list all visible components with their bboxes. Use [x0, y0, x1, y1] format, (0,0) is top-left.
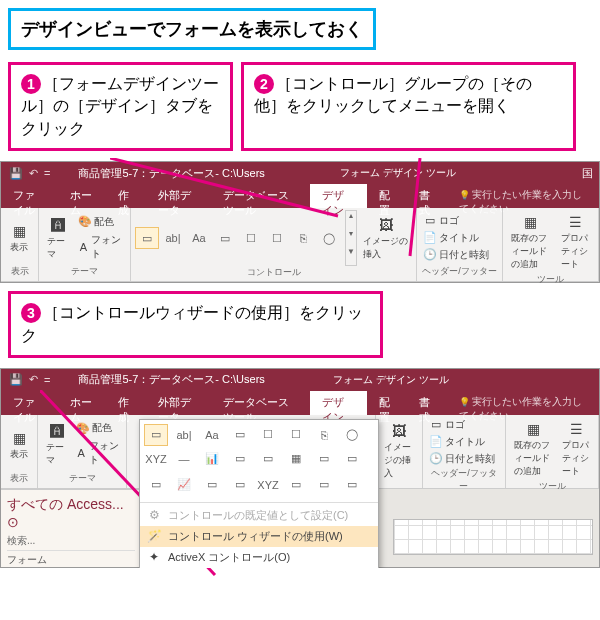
control-g2-7[interactable]: ▭ [340, 448, 364, 470]
save-icon[interactable]: 💾 [9, 167, 23, 180]
menu-use-wizard[interactable]: 🪄コントロール ウィザードの使用(W) [140, 526, 378, 547]
property-sheet-button[interactable]: ☰プロパティシート [558, 417, 594, 480]
control-label[interactable]: Aa [187, 227, 211, 249]
tab-arrange[interactable]: 配置 [367, 184, 407, 208]
control-tab[interactable]: ☐ [239, 227, 263, 249]
control-select[interactable]: ▭ [144, 424, 168, 446]
control-g2-1[interactable]: — [172, 448, 196, 470]
insert-image-button[interactable]: 🖼イメージの挿入 [359, 213, 412, 263]
control-label[interactable]: Aa [200, 424, 224, 446]
control-g2-0[interactable]: XYZ [144, 448, 168, 470]
tab-create[interactable]: 作成 [106, 184, 146, 208]
logo-button[interactable]: ▭ロゴ [421, 213, 491, 229]
tell-me[interactable]: 実行したい作業を入力してください [447, 184, 599, 208]
tab-external[interactable]: 外部データ [146, 184, 211, 208]
control-combo[interactable]: ◯ [340, 424, 364, 446]
control-g3-1[interactable]: 📈 [172, 474, 196, 496]
window-title: 商品管理5-7：データベース- C:\Users [58, 166, 332, 181]
group-view: 表示 [5, 472, 33, 486]
control-nav[interactable]: ⎘ [291, 227, 315, 249]
tab-home[interactable]: ホーム [58, 184, 106, 208]
group-tools: ツール [507, 273, 594, 287]
datetime-button[interactable]: 🕒日付と時刻 [421, 247, 491, 263]
save-icon[interactable]: 💾 [9, 373, 23, 386]
control-nav[interactable]: ⎘ [312, 424, 336, 446]
control-g2-5[interactable]: ▦ [284, 448, 308, 470]
redo-icon[interactable]: = [44, 167, 50, 179]
tab-external[interactable]: 外部データ [146, 391, 211, 415]
logo-button[interactable]: ▭ロゴ [427, 417, 497, 433]
view-button[interactable]: ▦表示 [5, 219, 33, 256]
colors-button[interactable]: 🎨配色 [76, 214, 126, 230]
property-sheet-button[interactable]: ☰プロパティシート [557, 210, 594, 273]
tab-arrange[interactable]: 配置 [367, 391, 407, 415]
gallery-row-down[interactable]: ▾ [346, 229, 356, 247]
control-tab[interactable]: ☐ [256, 424, 280, 446]
add-existing-fields-button[interactable]: ▦既存のフィールドの追加 [510, 417, 556, 480]
form-design-canvas[interactable] [394, 520, 592, 554]
title-button[interactable]: 📄タイトル [427, 434, 497, 450]
tab-home[interactable]: ホーム [58, 391, 106, 415]
title-button[interactable]: 📄タイトル [421, 230, 491, 246]
control-g3-5[interactable]: ▭ [284, 474, 308, 496]
tab-create[interactable]: 作成 [106, 391, 146, 415]
group-themes: テーマ [43, 265, 126, 279]
themes-button[interactable]: 🅰テーマ [42, 419, 72, 469]
gallery-row-up[interactable]: ▴ [346, 211, 356, 229]
controls-gallery: ▭ ab| Aa ▭ ☐ ☐ ⎘ ◯ [135, 227, 341, 249]
control-g2-6[interactable]: ▭ [312, 448, 336, 470]
nav-search[interactable]: 検索... [7, 532, 135, 551]
ribbon-tabs: ファイル ホーム 作成 外部データ データベース ツール デザイン 配置 書式 … [1, 184, 599, 208]
group-themes: テーマ [42, 472, 122, 486]
fonts-button[interactable]: Aフォント [74, 438, 122, 468]
redo-icon[interactable]: = [44, 374, 50, 386]
control-g3-6[interactable]: ▭ [312, 474, 336, 496]
control-g2-3[interactable]: ▭ [228, 448, 252, 470]
nav-title[interactable]: すべての Access... ⊙ [7, 494, 135, 532]
group-header-footer: ヘッダー/フッター [421, 265, 498, 279]
colors-button[interactable]: 🎨配色 [74, 420, 122, 436]
add-existing-fields-button[interactable]: ▦既存のフィールドの追加 [507, 210, 555, 273]
control-g3-7[interactable]: ▭ [340, 474, 364, 496]
menu-activex[interactable]: ✦ActiveX コントロール(O) [140, 547, 378, 568]
tab-dbtools[interactable]: データベース ツール [211, 184, 310, 208]
datetime-icon: 🕒 [423, 248, 437, 262]
nav-group-forms[interactable]: フォーム [7, 551, 135, 568]
group-controls-img [380, 485, 418, 486]
gallery-expand[interactable]: ▼ [346, 247, 356, 265]
tab-file[interactable]: ファイル [1, 391, 58, 415]
control-button[interactable]: ▭ [213, 227, 237, 249]
control-textbox[interactable]: ab| [161, 227, 185, 249]
tab-design[interactable]: デザイン [310, 391, 367, 415]
tab-file[interactable]: ファイル [1, 184, 58, 208]
control-select[interactable]: ▭ [135, 227, 159, 249]
control-g2-4[interactable]: ▭ [256, 448, 280, 470]
contextual-tool-label: フォーム デザイン ツール [332, 166, 456, 180]
insert-image-button[interactable]: 🖼イメージの挿入 [380, 419, 418, 482]
control-g3-0[interactable]: ▭ [144, 474, 168, 496]
tab-format[interactable]: 書式 [407, 184, 447, 208]
control-g2-2[interactable]: 📊 [200, 448, 224, 470]
control-g3-2[interactable]: ▭ [200, 474, 224, 496]
tab-format[interactable]: 書式 [407, 391, 447, 415]
undo-icon[interactable]: ↶ [29, 373, 38, 386]
control-textbox[interactable]: ab| [172, 424, 196, 446]
control-g3-3[interactable]: ▭ [228, 474, 252, 496]
tab-design[interactable]: デザイン [310, 184, 367, 208]
undo-icon[interactable]: ↶ [29, 167, 38, 180]
datetime-button[interactable]: 🕒日付と時刻 [427, 451, 497, 467]
tab-dbtools[interactable]: データベース ツール [211, 391, 310, 415]
fonts-button[interactable]: Aフォント [76, 232, 126, 262]
control-g3-4[interactable]: XYZ [256, 474, 280, 496]
control-button[interactable]: ▭ [228, 424, 252, 446]
activex-icon: ✦ [146, 550, 162, 564]
colors-icon: 🎨 [78, 215, 92, 229]
contextual-tool-label-2: フォーム デザイン ツール [325, 373, 449, 387]
view-button[interactable]: ▦表示 [5, 426, 33, 463]
quick-access-toolbar: 💾 ↶ = [1, 167, 58, 180]
control-link[interactable]: ☐ [284, 424, 308, 446]
tell-me[interactable]: 実行したい作業を入力してください [447, 391, 599, 415]
control-combo[interactable]: ◯ [317, 227, 341, 249]
themes-button[interactable]: 🅰テーマ [43, 213, 74, 263]
control-link[interactable]: ☐ [265, 227, 289, 249]
